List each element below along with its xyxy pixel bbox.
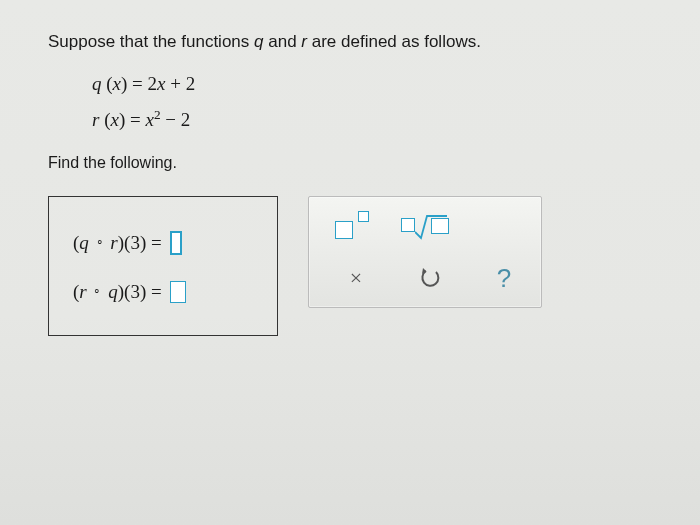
answer-input-rq[interactable]	[170, 281, 186, 303]
answer-input-qr[interactable]	[170, 231, 182, 255]
definition-r: r (x) = x2 − 2	[92, 105, 652, 135]
exponent-tool[interactable]	[333, 211, 371, 241]
function-definitions: q (x) = 2x + 2 r (x) = x2 − 2	[92, 70, 652, 134]
problem-intro: Suppose that the functions q and r are d…	[48, 32, 652, 52]
answer-box: (q ∘ r)(3) = (r ∘ q)(3) =	[48, 196, 278, 336]
tool-row-2: × ?	[327, 263, 523, 293]
root-tool[interactable]	[401, 212, 449, 240]
math-toolbox: × ?	[308, 196, 542, 308]
clear-button[interactable]: ×	[337, 263, 375, 293]
tool-row-1	[327, 211, 523, 241]
definition-q: q (x) = 2x + 2	[92, 70, 652, 99]
work-area: (q ∘ r)(3) = (r ∘ q)(3) = × ?	[48, 196, 652, 336]
answer-row-rq: (r ∘ q)(3) =	[73, 281, 249, 303]
find-instruction: Find the following.	[48, 154, 652, 172]
reset-button[interactable]	[411, 263, 449, 293]
help-button[interactable]: ?	[485, 263, 523, 293]
answer-row-qr: (q ∘ r)(3) =	[73, 231, 249, 255]
